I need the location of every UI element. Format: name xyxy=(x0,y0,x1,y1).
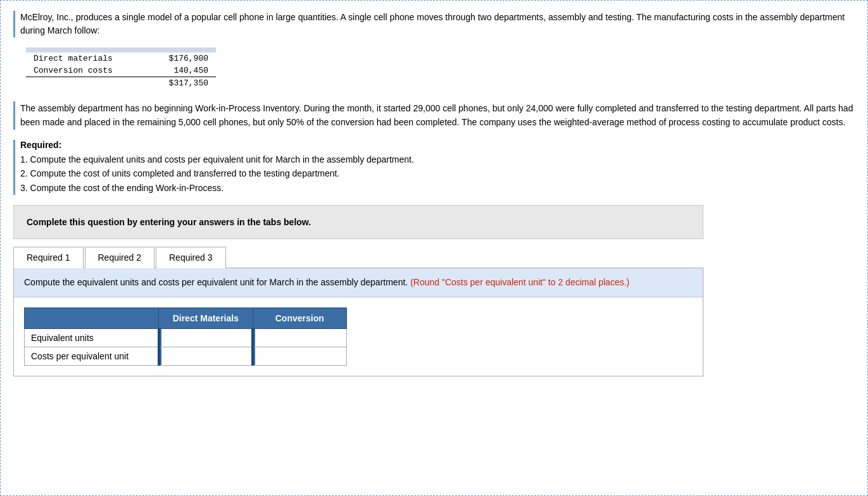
answer-row-equiv-units: Equivalent units xyxy=(25,328,347,347)
conv-amount: 140,450 xyxy=(140,65,216,77)
cost-per-unit-label: Costs per equivalent unit xyxy=(25,347,159,365)
cost-per-unit-dm-cell xyxy=(159,347,253,365)
total-amount: $317,350 xyxy=(140,77,216,90)
page-container: McElroy, Inc., produces a single model o… xyxy=(0,0,868,496)
tab-required-2[interactable]: Required 2 xyxy=(85,247,155,268)
cost-table-wrapper: Direct materials $176,900 Conversion cos… xyxy=(26,47,216,89)
equiv-units-conv-input[interactable] xyxy=(254,329,346,347)
tabs-container: Required 1 Required 2 Required 3 Compute… xyxy=(13,247,703,376)
intro-paragraph: McElroy, Inc., produces a single model o… xyxy=(20,12,845,35)
cost-row-total: $317,350 xyxy=(26,77,216,90)
instruction-note: (Round "Costs per equivalent unit" to 2 … xyxy=(410,277,629,287)
tab-required-1[interactable]: Required 1 xyxy=(13,247,84,268)
cost-table: Direct materials $176,900 Conversion cos… xyxy=(26,47,216,89)
tab-content-required-1: Compute the equivalent units and costs p… xyxy=(13,268,703,376)
cost-per-unit-conv-input[interactable] xyxy=(254,347,346,365)
cost-table-label-header xyxy=(26,47,140,53)
cost-row-dm: Direct materials $176,900 xyxy=(26,53,216,65)
required-item-2: 2. Compute the cost of units completed a… xyxy=(20,166,855,180)
col-header-blank xyxy=(25,307,159,328)
answer-row-cost-per-unit: Costs per equivalent unit xyxy=(25,347,347,365)
col-header-conv: Conversion xyxy=(253,307,346,328)
body-text: The assembly department has no beginning… xyxy=(13,101,855,130)
complete-box-text: Complete this question by entering your … xyxy=(27,217,311,227)
answer-table-header-row: Direct Materials Conversion xyxy=(25,307,347,328)
complete-box: Complete this question by entering your … xyxy=(13,205,703,239)
cost-table-amount-header xyxy=(140,47,216,53)
instruction-main: Compute the equivalent units and costs p… xyxy=(24,277,408,287)
col-header-dm: Direct Materials xyxy=(159,307,253,328)
equiv-units-conv-cell xyxy=(253,328,346,347)
required-item-3: 3. Compute the cost of the ending Work-i… xyxy=(20,181,855,195)
required-title: Required: xyxy=(20,140,855,150)
cost-per-unit-dm-input[interactable] xyxy=(160,347,251,365)
required-item-1: 1. Compute the equivalent units and cost… xyxy=(20,152,855,166)
answer-table: Direct Materials Conversion Equivalent u… xyxy=(24,307,347,366)
answer-table-wrapper: Direct Materials Conversion Equivalent u… xyxy=(14,297,703,376)
required-section: Required: 1. Compute the equivalent unit… xyxy=(13,140,855,195)
equiv-units-dm-cell xyxy=(159,328,253,347)
cost-per-unit-conv-cell xyxy=(253,347,346,365)
body-paragraph: The assembly department has no beginning… xyxy=(20,103,853,127)
dm-label: Direct materials xyxy=(26,53,140,65)
conv-label: Conversion costs xyxy=(26,65,140,77)
equiv-units-dm-input[interactable] xyxy=(160,329,251,347)
tab-required-3[interactable]: Required 3 xyxy=(156,247,226,268)
equiv-units-label: Equivalent units xyxy=(25,328,159,347)
dm-amount: $176,900 xyxy=(140,53,216,65)
intro-text: McElroy, Inc., produces a single model o… xyxy=(13,11,855,37)
cost-row-conv: Conversion costs 140,450 xyxy=(26,65,216,77)
instruction-banner: Compute the equivalent units and costs p… xyxy=(14,268,703,297)
tabs-row: Required 1 Required 2 Required 3 xyxy=(13,247,703,268)
total-label xyxy=(26,77,140,90)
